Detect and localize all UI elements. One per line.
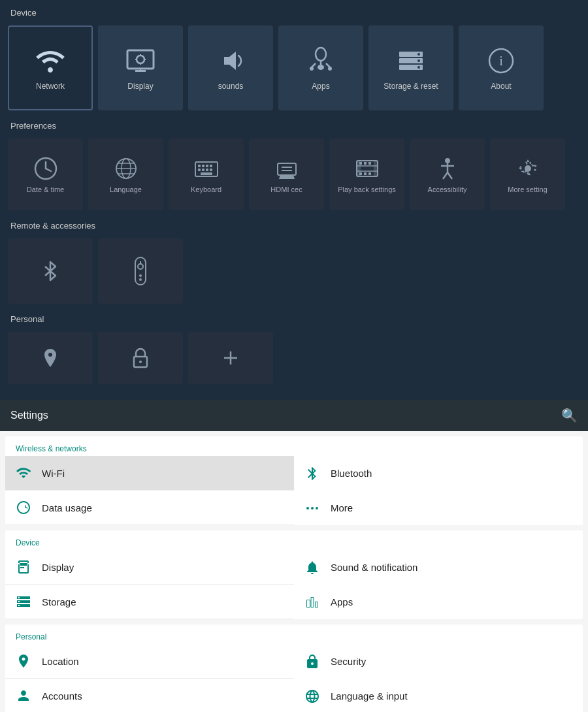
- svg-marker-8: [224, 52, 236, 70]
- lock-icon-top: [129, 346, 152, 370]
- wireless-section-header: Wireless & networks: [5, 436, 583, 456]
- location-item[interactable]: Location: [5, 644, 294, 679]
- display-label: Display: [127, 82, 153, 91]
- device-section-label: Device: [0, 0, 588, 23]
- playback-tile[interactable]: Play back settings: [329, 138, 404, 210]
- svg-rect-52: [364, 162, 367, 165]
- bluetooth-settings-item[interactable]: Bluetooth: [294, 456, 583, 491]
- top-panel: Device Network Display: [0, 0, 588, 400]
- data-usage-icon: [16, 500, 31, 515]
- sounds-tile[interactable]: sounds: [188, 25, 273, 110]
- svg-rect-48: [374, 161, 378, 176]
- svg-point-10: [318, 65, 324, 70]
- data-usage-item[interactable]: Data usage: [5, 491, 294, 525]
- wifi-item-icon: [16, 465, 31, 481]
- preferences-grid: Date & time Language: [0, 136, 588, 213]
- wifi-item[interactable]: Wi-Fi: [5, 456, 294, 491]
- search-button[interactable]: 🔍: [561, 408, 578, 423]
- display-settings-item[interactable]: Display: [5, 550, 294, 585]
- svg-line-12: [312, 63, 316, 67]
- keyboard-label: Keyboard: [191, 186, 221, 193]
- svg-line-13: [326, 63, 330, 67]
- language-input-icon: [304, 688, 320, 704]
- svg-point-57: [445, 158, 450, 163]
- personal-row-2: Accounts Language & input: [5, 679, 583, 712]
- security-item[interactable]: Security: [294, 644, 583, 679]
- remote-icon: [127, 255, 154, 287]
- hdmi-tile[interactable]: HDMI cec: [249, 138, 324, 210]
- svg-rect-39: [206, 169, 208, 171]
- svg-text:i: i: [499, 52, 503, 69]
- security-personal-tile[interactable]: [98, 332, 183, 384]
- svg-line-26: [46, 169, 51, 171]
- playback-label: Play back settings: [338, 186, 396, 193]
- info-icon: i: [485, 45, 517, 76]
- device-row-2: Storage Apps: [5, 585, 583, 619]
- accessibility-icon: [434, 155, 461, 182]
- apps-settings-item[interactable]: Apps: [294, 585, 583, 619]
- svg-rect-53: [368, 162, 371, 165]
- display-settings-icon: [16, 559, 31, 575]
- svg-rect-0: [127, 50, 154, 69]
- datetime-tile[interactable]: Date & time: [8, 138, 83, 210]
- more-label: More: [331, 502, 353, 513]
- apps-tile[interactable]: Apps: [278, 25, 363, 110]
- storage-settings-icon: [16, 594, 31, 609]
- storage-icon: [395, 45, 427, 76]
- add-personal-tile[interactable]: [188, 332, 273, 384]
- svg-rect-55: [364, 172, 367, 175]
- account-icon: [16, 688, 31, 704]
- language-tile[interactable]: Language: [88, 138, 163, 210]
- svg-rect-56: [368, 172, 371, 175]
- accounts-item[interactable]: Accounts: [5, 679, 294, 712]
- about-label: About: [491, 82, 511, 91]
- svg-point-71: [139, 361, 142, 363]
- bell-icon: [304, 560, 320, 575]
- sound-notification-item[interactable]: Sound & notification: [294, 550, 583, 585]
- svg-point-74: [306, 507, 309, 510]
- storage-tile[interactable]: Storage & reset: [368, 25, 453, 110]
- svg-point-68: [139, 274, 142, 277]
- svg-rect-54: [359, 172, 362, 175]
- about-tile[interactable]: i About: [459, 25, 544, 110]
- storage-settings-label: Storage: [42, 596, 76, 607]
- device-section-header: Device: [5, 530, 583, 550]
- svg-rect-34: [202, 165, 204, 167]
- svg-point-19: [417, 53, 420, 56]
- security-label: Security: [331, 656, 366, 667]
- personal-row-1: Location Security: [5, 644, 583, 679]
- apps-settings-label: Apps: [331, 596, 353, 607]
- display-tile[interactable]: Display: [98, 25, 183, 110]
- svg-point-9: [316, 48, 326, 61]
- location-personal-tile[interactable]: [8, 332, 93, 384]
- bluetooth-remote-tile[interactable]: [8, 238, 93, 304]
- wireless-row-2: Data usage More: [5, 491, 583, 525]
- data-usage-label: Data usage: [42, 502, 92, 513]
- wireless-section: Wireless & networks Wi-Fi Bluetooth Dat: [5, 436, 583, 525]
- network-label: Network: [36, 82, 65, 91]
- svg-point-3: [137, 56, 144, 63]
- moresetting-tile[interactable]: More setting: [490, 138, 565, 210]
- sounds-label: sounds: [218, 82, 244, 91]
- display-icon: [125, 45, 156, 76]
- bluetooth-label: Bluetooth: [331, 468, 372, 479]
- globe-icon: [113, 155, 139, 182]
- wireless-row-1: Wi-Fi Bluetooth: [5, 456, 583, 491]
- svg-rect-51: [359, 162, 362, 165]
- preferences-section-label: Preferences: [0, 113, 588, 136]
- more-item[interactable]: More: [294, 491, 583, 525]
- svg-point-75: [311, 507, 314, 510]
- accessibility-tile[interactable]: Accessibility: [410, 138, 485, 210]
- wifi-label: Wi-Fi: [42, 468, 65, 479]
- apps-label: Apps: [312, 82, 329, 91]
- keyboard-tile[interactable]: Keyboard: [169, 138, 244, 210]
- svg-rect-33: [198, 165, 201, 167]
- language-input-item[interactable]: Language & input: [294, 679, 583, 712]
- remote-control-tile[interactable]: [98, 238, 183, 304]
- sound-icon: [215, 45, 246, 76]
- network-tile[interactable]: Network: [8, 25, 93, 110]
- svg-rect-40: [210, 169, 212, 171]
- clock-icon: [33, 155, 59, 182]
- storage-settings-item[interactable]: Storage: [5, 585, 294, 619]
- svg-point-21: [417, 66, 420, 69]
